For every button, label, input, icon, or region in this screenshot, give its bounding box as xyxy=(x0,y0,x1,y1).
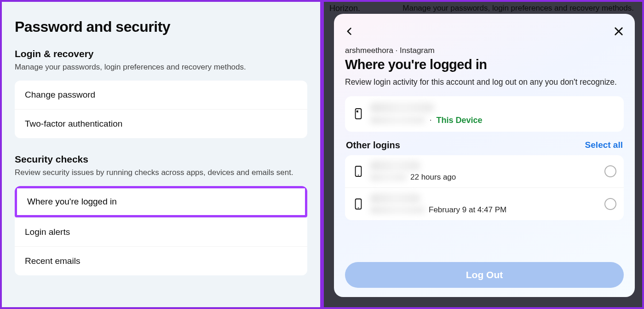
back-icon[interactable] xyxy=(345,26,354,38)
bg-hint: Manage your passwords, login preferences… xyxy=(402,4,634,13)
select-radio[interactable] xyxy=(604,165,616,177)
login-activity-modal: arshmeethora · Instagram Where you're lo… xyxy=(334,14,635,297)
two-factor-row[interactable]: Two-factor authentication xyxy=(15,109,307,138)
this-device-card[interactable]: · This Device xyxy=(345,96,624,132)
section-heading-security-checks: Security checks xyxy=(15,154,307,165)
bg-word: Horizon. xyxy=(329,4,360,13)
modal-desc: Review login activity for this account a… xyxy=(345,77,624,88)
section-desc-login-recovery: Manage your passwords, login preferences… xyxy=(15,62,307,72)
modal-heading: Where you're logged in xyxy=(345,57,624,72)
login-alerts-row[interactable]: Login alerts xyxy=(15,217,307,246)
redacted-location xyxy=(370,117,425,124)
section-heading-login-recovery: Login & recovery xyxy=(15,48,307,59)
apple-device-icon xyxy=(352,197,364,211)
where-logged-in-row-highlight: Where you're logged in xyxy=(15,186,307,217)
where-logged-in-panel: Horizon. Manage your passwords, login pr… xyxy=(322,0,644,309)
redacted-location xyxy=(370,206,425,214)
security-checks-section: Security checks Review security issues b… xyxy=(15,154,307,275)
redacted-device-name xyxy=(370,161,420,171)
section-desc-security-checks: Review security issues by running checks… xyxy=(15,168,307,178)
page-title: Password and security xyxy=(15,18,307,35)
password-security-panel: Password and security Login & recovery M… xyxy=(0,0,322,309)
other-logins-heading: Other logins xyxy=(346,140,400,151)
login-row[interactable]: 22 hours ago xyxy=(345,155,624,187)
this-device-label: This Device xyxy=(436,116,482,125)
select-radio[interactable] xyxy=(604,198,616,210)
apple-device-icon xyxy=(352,107,364,121)
redacted-location xyxy=(370,174,407,181)
recent-emails-row[interactable]: Recent emails xyxy=(15,246,307,275)
security-checks-card: Where you're logged in Login alerts Rece… xyxy=(15,186,307,275)
redacted-device-name xyxy=(370,103,434,113)
svg-point-6 xyxy=(358,207,359,208)
login-recovery-section: Login & recovery Manage your passwords, … xyxy=(15,48,307,138)
login-time: 22 hours ago xyxy=(410,173,456,182)
login-time: February 9 at 4:47 PM xyxy=(429,205,506,215)
account-line: arshmeethora · Instagram xyxy=(345,46,624,55)
select-all-link[interactable]: Select all xyxy=(585,140,623,150)
other-logins-list: 22 hours ago February 9 at 4:47 PM xyxy=(345,155,624,220)
svg-point-4 xyxy=(358,175,359,175)
where-logged-in-row[interactable]: Where you're logged in xyxy=(17,188,305,215)
apple-device-icon xyxy=(352,164,364,178)
change-password-row[interactable]: Change password xyxy=(15,81,307,109)
separator-dot: · xyxy=(430,116,431,124)
close-icon[interactable] xyxy=(614,25,624,39)
login-row[interactable]: February 9 at 4:47 PM xyxy=(345,187,624,220)
logout-button[interactable]: Log Out xyxy=(345,262,624,288)
redacted-device-name xyxy=(370,193,420,204)
login-recovery-card: Change password Two-factor authenticatio… xyxy=(15,81,307,138)
svg-rect-2 xyxy=(356,109,362,119)
